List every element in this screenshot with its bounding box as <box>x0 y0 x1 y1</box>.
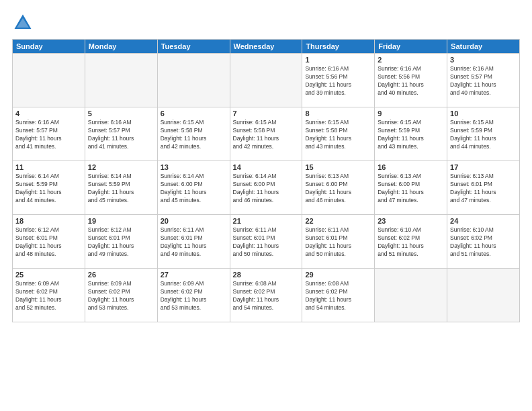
day-info: Sunrise: 6:08 AM Sunset: 6:02 PM Dayligh… <box>305 280 371 312</box>
calendar-cell <box>230 54 302 107</box>
day-info: Sunrise: 6:10 AM Sunset: 6:02 PM Dayligh… <box>450 226 517 259</box>
calendar-cell: 27Sunrise: 6:09 AM Sunset: 6:02 PM Dayli… <box>157 269 230 322</box>
weekday-header-saturday: Saturday <box>447 40 520 54</box>
calendar-week-1: 1Sunrise: 6:16 AM Sunset: 5:56 PM Daylig… <box>13 54 520 107</box>
day-number: 5 <box>88 109 154 118</box>
day-info: Sunrise: 6:13 AM Sunset: 6:00 PM Dayligh… <box>378 173 444 205</box>
day-number: 18 <box>15 217 82 225</box>
day-info: Sunrise: 6:16 AM Sunset: 5:57 PM Dayligh… <box>15 119 82 151</box>
day-info: Sunrise: 6:08 AM Sunset: 6:02 PM Dayligh… <box>233 280 300 312</box>
day-number: 25 <box>15 271 82 279</box>
day-info: Sunrise: 6:10 AM Sunset: 6:02 PM Dayligh… <box>378 226 444 259</box>
weekday-header-row: SundayMondayTuesdayWednesdayThursdayFrid… <box>13 40 520 54</box>
day-number: 10 <box>450 109 517 118</box>
calendar-cell: 22Sunrise: 6:11 AM Sunset: 6:01 PM Dayli… <box>302 215 375 269</box>
day-info: Sunrise: 6:16 AM Sunset: 5:56 PM Dayligh… <box>305 65 371 97</box>
day-info: Sunrise: 6:12 AM Sunset: 6:01 PM Dayligh… <box>88 226 154 259</box>
day-info: Sunrise: 6:09 AM Sunset: 6:02 PM Dayligh… <box>15 280 82 312</box>
day-number: 21 <box>233 217 300 225</box>
day-number: 11 <box>15 163 82 171</box>
day-info: Sunrise: 6:14 AM Sunset: 5:59 PM Dayligh… <box>15 173 82 205</box>
day-number: 1 <box>305 56 371 64</box>
calendar-week-4: 18Sunrise: 6:12 AM Sunset: 6:01 PM Dayli… <box>13 215 520 269</box>
day-info: Sunrise: 6:15 AM Sunset: 5:59 PM Dayligh… <box>378 119 444 151</box>
weekday-header-sunday: Sunday <box>13 40 85 54</box>
calendar-cell <box>375 269 447 322</box>
day-number: 17 <box>450 163 517 171</box>
calendar-cell: 5Sunrise: 6:16 AM Sunset: 5:57 PM Daylig… <box>85 107 157 161</box>
calendar-cell <box>85 54 157 107</box>
day-number: 2 <box>378 56 444 64</box>
day-info: Sunrise: 6:14 AM Sunset: 6:00 PM Dayligh… <box>233 173 300 205</box>
calendar-cell: 7Sunrise: 6:15 AM Sunset: 5:58 PM Daylig… <box>230 107 302 161</box>
calendar-cell: 29Sunrise: 6:08 AM Sunset: 6:02 PM Dayli… <box>302 269 375 322</box>
day-info: Sunrise: 6:14 AM Sunset: 6:00 PM Dayligh… <box>161 173 227 205</box>
day-info: Sunrise: 6:15 AM Sunset: 5:58 PM Dayligh… <box>233 119 300 151</box>
day-number: 8 <box>305 109 371 118</box>
day-number: 24 <box>450 217 517 225</box>
page: SundayMondayTuesdayWednesdayThursdayFrid… <box>0 0 532 411</box>
day-number: 19 <box>88 217 154 225</box>
calendar-cell: 10Sunrise: 6:15 AM Sunset: 5:59 PM Dayli… <box>447 107 520 161</box>
calendar-cell: 20Sunrise: 6:11 AM Sunset: 6:01 PM Dayli… <box>157 215 230 269</box>
calendar-cell <box>13 54 85 107</box>
day-info: Sunrise: 6:09 AM Sunset: 6:02 PM Dayligh… <box>161 280 227 312</box>
day-info: Sunrise: 6:15 AM Sunset: 5:59 PM Dayligh… <box>450 119 517 151</box>
calendar-cell: 8Sunrise: 6:15 AM Sunset: 5:58 PM Daylig… <box>302 107 375 161</box>
calendar-cell: 16Sunrise: 6:13 AM Sunset: 6:00 PM Dayli… <box>375 161 447 215</box>
weekday-header-wednesday: Wednesday <box>230 40 302 54</box>
day-info: Sunrise: 6:12 AM Sunset: 6:01 PM Dayligh… <box>15 226 82 259</box>
day-number: 12 <box>88 163 154 171</box>
day-info: Sunrise: 6:16 AM Sunset: 5:57 PM Dayligh… <box>450 65 517 97</box>
calendar-table: SundayMondayTuesdayWednesdayThursdayFrid… <box>12 39 520 322</box>
day-number: 27 <box>161 271 227 279</box>
calendar-cell: 28Sunrise: 6:08 AM Sunset: 6:02 PM Dayli… <box>230 269 302 322</box>
day-number: 7 <box>233 109 300 118</box>
day-info: Sunrise: 6:09 AM Sunset: 6:02 PM Dayligh… <box>88 280 154 312</box>
day-number: 15 <box>305 163 371 171</box>
day-number: 26 <box>88 271 154 279</box>
calendar-cell: 21Sunrise: 6:11 AM Sunset: 6:01 PM Dayli… <box>230 215 302 269</box>
day-info: Sunrise: 6:11 AM Sunset: 6:01 PM Dayligh… <box>233 226 300 259</box>
calendar-cell: 19Sunrise: 6:12 AM Sunset: 6:01 PM Dayli… <box>85 215 157 269</box>
day-info: Sunrise: 6:13 AM Sunset: 6:01 PM Dayligh… <box>450 173 517 205</box>
calendar-cell: 15Sunrise: 6:13 AM Sunset: 6:00 PM Dayli… <box>302 161 375 215</box>
day-number: 6 <box>161 109 227 118</box>
day-number: 20 <box>161 217 227 225</box>
calendar-cell: 9Sunrise: 6:15 AM Sunset: 5:59 PM Daylig… <box>375 107 447 161</box>
day-info: Sunrise: 6:16 AM Sunset: 5:56 PM Dayligh… <box>378 65 444 97</box>
day-info: Sunrise: 6:15 AM Sunset: 5:58 PM Dayligh… <box>305 119 371 151</box>
header <box>12 12 520 34</box>
calendar-week-2: 4Sunrise: 6:16 AM Sunset: 5:57 PM Daylig… <box>13 107 520 161</box>
day-number: 28 <box>233 271 300 279</box>
calendar-cell: 12Sunrise: 6:14 AM Sunset: 5:59 PM Dayli… <box>85 161 157 215</box>
calendar-cell: 17Sunrise: 6:13 AM Sunset: 6:01 PM Dayli… <box>447 161 520 215</box>
calendar-cell: 13Sunrise: 6:14 AM Sunset: 6:00 PM Dayli… <box>157 161 230 215</box>
weekday-header-thursday: Thursday <box>302 40 375 54</box>
day-number: 13 <box>161 163 227 171</box>
day-number: 3 <box>450 56 517 64</box>
calendar-cell: 3Sunrise: 6:16 AM Sunset: 5:57 PM Daylig… <box>447 54 520 107</box>
weekday-header-tuesday: Tuesday <box>157 40 230 54</box>
calendar-cell <box>447 269 520 322</box>
day-number: 4 <box>15 109 82 118</box>
day-number: 23 <box>378 217 444 225</box>
calendar-cell: 1Sunrise: 6:16 AM Sunset: 5:56 PM Daylig… <box>302 54 375 107</box>
day-number: 29 <box>305 271 371 279</box>
calendar-cell: 11Sunrise: 6:14 AM Sunset: 5:59 PM Dayli… <box>13 161 85 215</box>
day-number: 9 <box>378 109 444 118</box>
calendar-week-3: 11Sunrise: 6:14 AM Sunset: 5:59 PM Dayli… <box>13 161 520 215</box>
calendar-cell: 2Sunrise: 6:16 AM Sunset: 5:56 PM Daylig… <box>375 54 447 107</box>
day-info: Sunrise: 6:11 AM Sunset: 6:01 PM Dayligh… <box>161 226 227 259</box>
day-info: Sunrise: 6:11 AM Sunset: 6:01 PM Dayligh… <box>305 226 371 259</box>
calendar-cell: 23Sunrise: 6:10 AM Sunset: 6:02 PM Dayli… <box>375 215 447 269</box>
logo-icon <box>12 12 34 34</box>
calendar-cell: 18Sunrise: 6:12 AM Sunset: 6:01 PM Dayli… <box>13 215 85 269</box>
calendar-cell <box>157 54 230 107</box>
day-number: 14 <box>233 163 300 171</box>
day-info: Sunrise: 6:16 AM Sunset: 5:57 PM Dayligh… <box>88 119 154 151</box>
weekday-header-monday: Monday <box>85 40 157 54</box>
calendar-cell: 26Sunrise: 6:09 AM Sunset: 6:02 PM Dayli… <box>85 269 157 322</box>
calendar-cell: 24Sunrise: 6:10 AM Sunset: 6:02 PM Dayli… <box>447 215 520 269</box>
day-number: 22 <box>305 217 371 225</box>
